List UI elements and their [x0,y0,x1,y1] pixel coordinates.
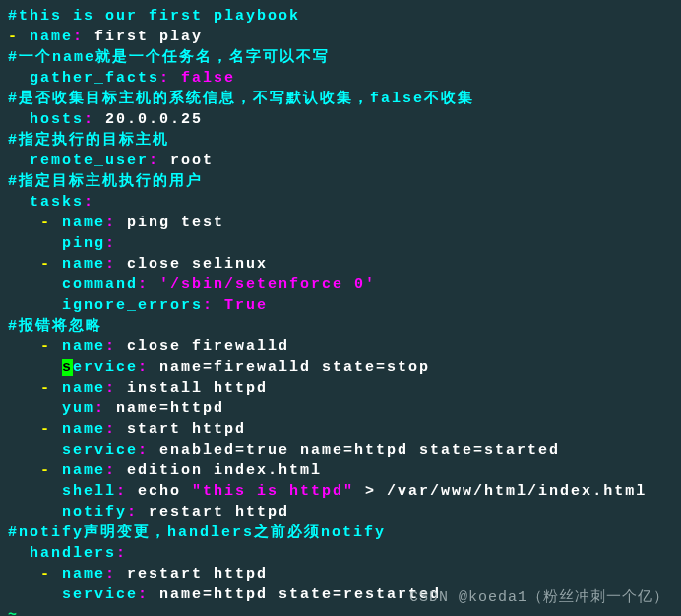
code-line: notify: restart httpd [8,502,673,523]
code-line: ping: [8,233,673,254]
code-token: : True [203,297,268,314]
code-token: : [105,256,127,273]
code-token: : [138,442,159,459]
code-token: name [62,566,105,583]
code-token: - [40,421,62,438]
code-line: yum: name=httpd [8,399,673,419]
code-line: - name: start httpd [8,419,673,440]
code-line: #是否收集目标主机的系统信息，不写默认收集，false不收集 [8,89,673,109]
code-line: ignore_errors: True [8,295,673,316]
code-token: : false [159,70,235,87]
code-token: : [127,504,149,521]
code-token [8,194,30,211]
code-token: enabled=true name=httpd state=started [159,442,560,459]
code-token [8,235,62,252]
code-token: tasks [30,194,84,211]
code-line: - name: ping test [8,213,673,233]
code-token: - [40,566,62,583]
code-line: handlers: [8,543,673,564]
code-token: shell [62,483,116,500]
code-token [8,111,30,128]
code-line: remote_user: root [8,151,673,171]
code-editor: #this is our first playbook- name: first… [8,6,673,616]
code-line: tasks: [8,192,673,213]
code-token: hosts [30,111,84,128]
code-token [8,256,40,273]
code-token [8,70,30,87]
code-token: : [105,215,127,231]
code-token: #指定执行的目标主机 [8,132,169,149]
code-line: #指定目标主机执行的用户 [8,171,673,192]
code-token: edition index.html [127,462,322,479]
code-token [8,504,62,521]
code-line: #一个name就是一个任务名，名字可以不写 [8,47,673,68]
code-token: : [138,586,159,603]
code-token [8,400,62,417]
code-token: : [94,400,116,417]
code-line: #this is our first playbook [8,6,673,27]
code-token: : [116,545,127,562]
code-token: > /var/www/html/index.html [354,483,647,500]
code-token: command [62,277,138,293]
code-token: remote_user [30,153,149,169]
code-token: - [40,380,62,397]
code-token: gather_facts [30,70,159,87]
code-token: name [62,462,105,479]
code-token: restart httpd [149,504,289,521]
code-token: - [40,215,62,231]
code-token: : [84,111,105,128]
code-line: gather_facts: false [8,68,673,89]
code-line: service: name=firewalld state=stop [8,357,673,378]
code-token: s [62,359,73,376]
code-line: - name: edition index.html [8,461,673,481]
code-token: service [62,586,138,603]
code-token: : [138,359,159,376]
code-token: #报错将忽略 [8,318,102,335]
code-token: ervice [73,359,138,376]
code-token: : [105,566,127,583]
code-token: : [105,339,127,355]
code-token: start httpd [127,421,246,438]
code-line: - name: restart httpd [8,564,673,585]
code-token: - [40,339,62,355]
code-token: : [73,29,94,45]
code-token: close selinux [127,256,268,273]
code-token [8,277,62,293]
code-line: #notify声明变更，handlers之前必须notify [8,523,673,543]
code-token: "this is httpd" [192,483,354,500]
code-line: service: enabled=true name=httpd state=s… [8,440,673,461]
code-token: - [40,462,62,479]
code-token: #指定目标主机执行的用户 [8,173,203,190]
watermark-text: CSDN @koeda1（粉丝冲刺一个亿） [409,587,669,608]
code-token: : [116,483,138,500]
code-token: yum [62,400,94,417]
code-token: echo [138,483,192,500]
code-token: first play [94,29,203,45]
code-token: ping test [127,215,224,231]
code-token [8,297,62,314]
code-line: - name: close selinux [8,254,673,275]
code-token: notify [62,504,127,521]
code-token: name [62,421,105,438]
code-token: : [105,462,127,479]
code-line: - name: close firewalld [8,337,673,357]
code-token: : [149,153,170,169]
code-token [8,442,62,459]
code-token: name [62,215,105,231]
code-token: #this is our first playbook [8,8,300,25]
code-token [8,153,30,169]
code-token: name [62,380,105,397]
code-token: : [105,235,116,252]
code-token: #一个name就是一个任务名，名字可以不写 [8,49,330,66]
code-token: - [40,256,62,273]
code-token: name=httpd state=restarted [159,586,441,603]
code-line: hosts: 20.0.0.25 [8,109,673,130]
code-line: #报错将忽略 [8,316,673,337]
code-token: name=httpd [116,400,224,417]
code-token: - [8,29,30,45]
code-line: command: '/sbin/setenforce 0' [8,275,673,295]
code-token [8,215,40,231]
code-token: ignore_errors [62,297,203,314]
code-token [8,339,40,355]
code-line: #指定执行的目标主机 [8,130,673,151]
